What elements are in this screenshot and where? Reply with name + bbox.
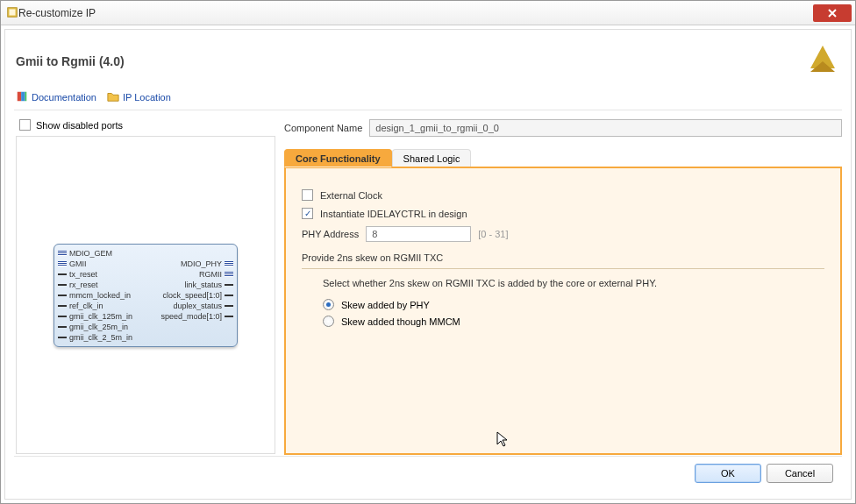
tabstrip: Core Functionality Shared Logic: [284, 149, 842, 167]
external-clock-checkbox[interactable]: [302, 189, 313, 201]
port-right: clock_speed[1:0]: [162, 291, 222, 300]
link-toolbar: Documentation IP Location: [14, 89, 842, 110]
idelayctrl-label: Instantiate IDELAYCTRL in design: [320, 209, 467, 219]
skew-section-header: Provide 2ns skew on RGMII TXC: [302, 252, 824, 269]
port-right: duplex_status: [173, 302, 222, 310]
tab-shared-logic[interactable]: Shared Logic: [392, 149, 472, 167]
skew-mmcm-radio[interactable]: [323, 316, 334, 327]
port-left: rx_reset: [69, 280, 98, 289]
right-pane: Component Name Core Functionality Shared…: [284, 116, 842, 456]
port-left: gmii_clk_125m_in: [69, 312, 132, 321]
app-icon: [6, 6, 18, 20]
port-right: speed_mode[1:0]: [160, 312, 222, 321]
phy-address-input[interactable]: [366, 226, 471, 242]
folder-icon: [107, 90, 119, 104]
svg-rect-4: [18, 92, 21, 102]
heading-row: Gmii to Rgmii (4.0): [14, 39, 842, 89]
show-disabled-checkbox[interactable]: [19, 119, 31, 131]
ip-symbol: MDIO_GEM GMIIMDIO_PHY tx_resetRGMII rx_r…: [54, 244, 238, 347]
port-left: mmcm_locked_in: [69, 291, 131, 300]
dialog-footer: OK Cancel: [14, 456, 842, 490]
port-right: RGMII: [199, 270, 222, 279]
skew-phy-radio[interactable]: [323, 299, 334, 310]
show-disabled-row: Show disabled ports: [14, 116, 277, 134]
cursor-icon: [496, 431, 510, 449]
cancel-button[interactable]: Cancel: [767, 464, 833, 483]
ip-title: Gmii to Rgmii (4.0): [16, 54, 125, 68]
tab-core-body: External Clock Instantiate IDELAYCTRL in…: [284, 167, 842, 455]
skew-description: Select whether 2ns skew on RGMII TXC is …: [323, 278, 824, 288]
port-left: gmii_clk_2_5m_in: [69, 333, 132, 342]
skew-mmcm-label: Skew added though MMCM: [341, 316, 460, 327]
idelayctrl-checkbox[interactable]: [302, 208, 313, 219]
vendor-logo-icon: [805, 42, 840, 80]
ip-symbol-viewer[interactable]: MDIO_GEM GMIIMDIO_PHY tx_resetRGMII rx_r…: [16, 136, 275, 454]
show-disabled-label: Show disabled ports: [36, 120, 123, 131]
svg-rect-5: [21, 92, 25, 102]
close-button[interactable]: [813, 4, 852, 22]
book-icon: [16, 90, 28, 104]
port-left: gmii_clk_25m_in: [69, 323, 128, 331]
component-name-row: Component Name: [284, 119, 842, 137]
skew-phy-label: Skew added by PHY: [341, 300, 430, 310]
port-left: tx_reset: [69, 270, 97, 279]
svg-rect-6: [25, 92, 27, 102]
port-left: GMII: [69, 259, 87, 268]
content-area: Gmii to Rgmii (4.0) Documentation IP Loc…: [4, 29, 852, 500]
phy-address-hint: [0 - 31]: [478, 229, 508, 239]
documentation-link[interactable]: Documentation: [16, 90, 96, 104]
window-title: Re-customize IP: [18, 7, 813, 19]
phy-address-label: PHY Address: [302, 229, 359, 239]
ok-button[interactable]: OK: [695, 464, 761, 483]
main-area: Show disabled ports MDIO_GEM GMIIMDIO_PH…: [14, 116, 842, 456]
external-clock-label: External Clock: [320, 190, 382, 201]
svg-rect-1: [10, 9, 16, 15]
tab-core-functionality[interactable]: Core Functionality: [284, 149, 392, 167]
titlebar: Re-customize IP: [1, 1, 855, 25]
port-left: MDIO_GEM: [69, 249, 112, 258]
port-right: MDIO_PHY: [181, 259, 222, 268]
dialog-window: Re-customize IP Gmii to Rgmii (4.0) Docu…: [0, 0, 856, 504]
port-left: ref_clk_in: [69, 302, 103, 310]
component-name-input[interactable]: [369, 119, 842, 137]
component-name-label: Component Name: [284, 123, 362, 133]
port-right: link_status: [184, 280, 222, 289]
ip-location-link[interactable]: IP Location: [107, 90, 171, 104]
left-pane: Show disabled ports MDIO_GEM GMIIMDIO_PH…: [14, 116, 277, 456]
